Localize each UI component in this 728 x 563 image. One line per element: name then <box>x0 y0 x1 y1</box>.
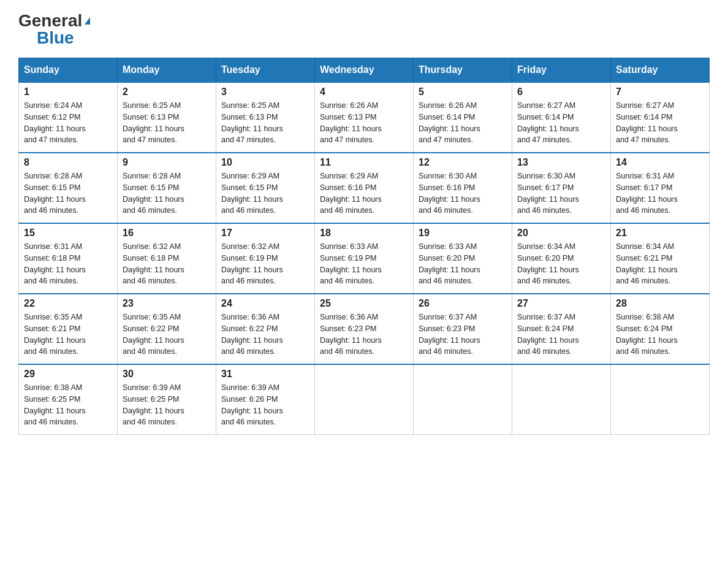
day-info: Sunrise: 6:39 AM Sunset: 6:26 PM Dayligh… <box>221 382 309 428</box>
day-info: Sunrise: 6:37 AM Sunset: 6:24 PM Dayligh… <box>517 312 605 358</box>
day-number: 26 <box>419 298 507 309</box>
day-info: Sunrise: 6:36 AM Sunset: 6:22 PM Dayligh… <box>221 312 309 358</box>
day-number: 12 <box>419 157 507 168</box>
day-number: 20 <box>517 228 605 239</box>
logo-general-text: General <box>18 12 90 29</box>
calendar-cell: 4 Sunrise: 6:26 AM Sunset: 6:13 PM Dayli… <box>315 82 414 153</box>
header-day-friday: Friday <box>512 58 611 83</box>
day-number: 11 <box>320 157 408 168</box>
calendar-cell: 6 Sunrise: 6:27 AM Sunset: 6:14 PM Dayli… <box>512 82 611 153</box>
day-number: 2 <box>123 86 211 98</box>
day-number: 14 <box>616 157 704 168</box>
day-number: 31 <box>221 369 309 380</box>
calendar-cell: 22 Sunrise: 6:35 AM Sunset: 6:21 PM Dayl… <box>19 294 118 364</box>
calendar-cell: 30 Sunrise: 6:39 AM Sunset: 6:25 PM Dayl… <box>118 364 216 435</box>
calendar-cell: 26 Sunrise: 6:37 AM Sunset: 6:23 PM Dayl… <box>414 294 512 364</box>
calendar-cell <box>611 364 710 435</box>
header-day-thursday: Thursday <box>414 58 512 83</box>
day-info: Sunrise: 6:34 AM Sunset: 6:21 PM Dayligh… <box>616 241 704 287</box>
day-number: 19 <box>419 228 507 239</box>
day-number: 9 <box>123 157 211 168</box>
calendar-cell: 14 Sunrise: 6:31 AM Sunset: 6:17 PM Dayl… <box>611 153 710 223</box>
day-number: 6 <box>517 86 605 98</box>
calendar-cell: 8 Sunrise: 6:28 AM Sunset: 6:15 PM Dayli… <box>19 153 118 223</box>
calendar-cell: 1 Sunrise: 6:24 AM Sunset: 6:12 PM Dayli… <box>19 82 118 153</box>
day-number: 25 <box>320 298 408 309</box>
day-info: Sunrise: 6:25 AM Sunset: 6:13 PM Dayligh… <box>221 100 309 146</box>
calendar-cell: 3 Sunrise: 6:25 AM Sunset: 6:13 PM Dayli… <box>216 82 315 153</box>
logo-blue-text: Blue <box>37 28 74 47</box>
calendar-cell: 24 Sunrise: 6:36 AM Sunset: 6:22 PM Dayl… <box>216 294 315 364</box>
calendar-cell: 10 Sunrise: 6:29 AM Sunset: 6:15 PM Dayl… <box>216 153 315 223</box>
day-number: 24 <box>221 298 309 309</box>
day-number: 13 <box>517 157 605 168</box>
calendar-cell: 21 Sunrise: 6:34 AM Sunset: 6:21 PM Dayl… <box>611 223 710 294</box>
calendar-cell: 5 Sunrise: 6:26 AM Sunset: 6:14 PM Dayli… <box>414 82 512 153</box>
day-info: Sunrise: 6:37 AM Sunset: 6:23 PM Dayligh… <box>419 312 507 358</box>
day-info: Sunrise: 6:27 AM Sunset: 6:14 PM Dayligh… <box>616 100 704 146</box>
day-number: 10 <box>221 157 309 168</box>
day-info: Sunrise: 6:26 AM Sunset: 6:13 PM Dayligh… <box>320 100 408 146</box>
calendar-cell: 29 Sunrise: 6:38 AM Sunset: 6:25 PM Dayl… <box>19 364 118 435</box>
day-info: Sunrise: 6:35 AM Sunset: 6:21 PM Dayligh… <box>24 312 112 358</box>
day-number: 27 <box>517 298 605 309</box>
page-header: General Blue <box>18 12 710 47</box>
calendar-cell: 16 Sunrise: 6:32 AM Sunset: 6:18 PM Dayl… <box>118 223 216 294</box>
calendar-cell <box>315 364 414 435</box>
calendar-cell: 2 Sunrise: 6:25 AM Sunset: 6:13 PM Dayli… <box>118 82 216 153</box>
day-info: Sunrise: 6:38 AM Sunset: 6:24 PM Dayligh… <box>616 312 704 358</box>
day-number: 21 <box>616 228 704 239</box>
calendar-week-row: 29 Sunrise: 6:38 AM Sunset: 6:25 PM Dayl… <box>19 364 710 435</box>
day-info: Sunrise: 6:32 AM Sunset: 6:18 PM Dayligh… <box>123 241 211 287</box>
day-info: Sunrise: 6:30 AM Sunset: 6:16 PM Dayligh… <box>419 170 507 216</box>
day-info: Sunrise: 6:28 AM Sunset: 6:15 PM Dayligh… <box>24 170 112 216</box>
day-info: Sunrise: 6:39 AM Sunset: 6:25 PM Dayligh… <box>123 382 211 428</box>
day-info: Sunrise: 6:33 AM Sunset: 6:20 PM Dayligh… <box>419 241 507 287</box>
calendar-week-row: 8 Sunrise: 6:28 AM Sunset: 6:15 PM Dayli… <box>19 153 710 223</box>
calendar-cell: 7 Sunrise: 6:27 AM Sunset: 6:14 PM Dayli… <box>611 82 710 153</box>
day-info: Sunrise: 6:36 AM Sunset: 6:23 PM Dayligh… <box>320 312 408 358</box>
day-number: 1 <box>24 86 112 98</box>
day-info: Sunrise: 6:28 AM Sunset: 6:15 PM Dayligh… <box>123 170 211 216</box>
day-number: 4 <box>320 86 408 98</box>
day-info: Sunrise: 6:31 AM Sunset: 6:18 PM Dayligh… <box>24 241 112 287</box>
day-info: Sunrise: 6:26 AM Sunset: 6:14 PM Dayligh… <box>419 100 507 146</box>
day-info: Sunrise: 6:31 AM Sunset: 6:17 PM Dayligh… <box>616 170 704 216</box>
calendar-cell: 15 Sunrise: 6:31 AM Sunset: 6:18 PM Dayl… <box>19 223 118 294</box>
calendar-cell: 19 Sunrise: 6:33 AM Sunset: 6:20 PM Dayl… <box>414 223 512 294</box>
day-number: 22 <box>24 298 112 309</box>
calendar-week-row: 22 Sunrise: 6:35 AM Sunset: 6:21 PM Dayl… <box>19 294 710 364</box>
day-info: Sunrise: 6:34 AM Sunset: 6:20 PM Dayligh… <box>517 241 605 287</box>
day-number: 7 <box>616 86 704 98</box>
calendar-cell: 12 Sunrise: 6:30 AM Sunset: 6:16 PM Dayl… <box>414 153 512 223</box>
calendar-cell: 31 Sunrise: 6:39 AM Sunset: 6:26 PM Dayl… <box>216 364 315 435</box>
header-day-saturday: Saturday <box>611 58 710 83</box>
day-info: Sunrise: 6:33 AM Sunset: 6:19 PM Dayligh… <box>320 241 408 287</box>
day-number: 23 <box>123 298 211 309</box>
day-number: 18 <box>320 228 408 239</box>
calendar-cell: 28 Sunrise: 6:38 AM Sunset: 6:24 PM Dayl… <box>611 294 710 364</box>
calendar-week-row: 15 Sunrise: 6:31 AM Sunset: 6:18 PM Dayl… <box>19 223 710 294</box>
day-info: Sunrise: 6:29 AM Sunset: 6:16 PM Dayligh… <box>320 170 408 216</box>
calendar-cell: 20 Sunrise: 6:34 AM Sunset: 6:20 PM Dayl… <box>512 223 611 294</box>
calendar-cell: 11 Sunrise: 6:29 AM Sunset: 6:16 PM Dayl… <box>315 153 414 223</box>
header-day-monday: Monday <box>118 58 216 83</box>
day-info: Sunrise: 6:25 AM Sunset: 6:13 PM Dayligh… <box>123 100 211 146</box>
day-number: 8 <box>24 157 112 168</box>
day-number: 28 <box>616 298 704 309</box>
day-number: 17 <box>221 228 309 239</box>
day-info: Sunrise: 6:30 AM Sunset: 6:17 PM Dayligh… <box>517 170 605 216</box>
day-number: 16 <box>123 228 211 239</box>
header-day-sunday: Sunday <box>19 58 118 83</box>
calendar-cell: 18 Sunrise: 6:33 AM Sunset: 6:19 PM Dayl… <box>315 223 414 294</box>
calendar-cell <box>414 364 512 435</box>
calendar-cell: 23 Sunrise: 6:35 AM Sunset: 6:22 PM Dayl… <box>118 294 216 364</box>
header-day-tuesday: Tuesday <box>216 58 315 83</box>
calendar-cell: 9 Sunrise: 6:28 AM Sunset: 6:15 PM Dayli… <box>118 153 216 223</box>
day-number: 5 <box>419 86 507 98</box>
day-info: Sunrise: 6:29 AM Sunset: 6:15 PM Dayligh… <box>221 170 309 216</box>
calendar-cell: 17 Sunrise: 6:32 AM Sunset: 6:19 PM Dayl… <box>216 223 315 294</box>
calendar-cell: 13 Sunrise: 6:30 AM Sunset: 6:17 PM Dayl… <box>512 153 611 223</box>
day-info: Sunrise: 6:38 AM Sunset: 6:25 PM Dayligh… <box>24 382 112 428</box>
day-info: Sunrise: 6:35 AM Sunset: 6:22 PM Dayligh… <box>123 312 211 358</box>
